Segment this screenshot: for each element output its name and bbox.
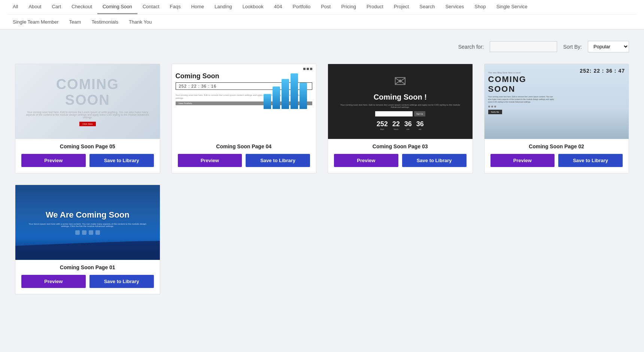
nav-item-coming-soon[interactable]: Coming Soon [97,0,137,14]
top-navigation: AllAboutCartCheckoutComing SoonContactFa… [0,0,644,30]
cs05-desc: Your coming soon text here. Edit to remo… [15,111,160,119]
bar-2 [273,87,280,109]
cs02-save-button[interactable]: Save to Library [558,154,623,167]
cs04-actions: Preview Save to Library [178,154,310,167]
nav-item-checkout[interactable]: Checkout [66,0,97,14]
nav-item-404[interactable]: 404 [269,0,288,14]
cs03-footer: Coming Soon Page 03 Preview Save to Libr… [328,139,473,173]
cs02-tagline: The new Blog Style Next is back! [488,72,557,74]
cs02-right: 252: 22 : 36 : 47 [556,68,625,135]
cs01-title: We Are Coming Soon [46,210,130,220]
cs01-social-icon-2 [82,230,86,235]
cs03-days-num: 252 [377,120,388,128]
nav-item-shop[interactable]: Shop [469,0,491,14]
cs03-actions: Preview Save to Library [334,154,467,167]
cs01-social-icon-4 [95,230,100,235]
nav-item-faqs[interactable]: Faqs [165,0,186,14]
cs03-days-block: 252 days [377,120,388,130]
template-preview-cs01: We Are Coming Soon Your lorem ipsum text… [15,185,160,260]
cs03-signup-btn: Sign Up [414,111,425,116]
template-card-cs03: ✉ Coming Soon ! Your coming soon text he… [328,64,473,173]
nav-item2-testimonials[interactable]: Testimonials [86,16,124,28]
nav-item2-single-team-member[interactable]: Single Team Member [7,16,64,28]
cs03-title: Coming Soon ! [374,93,427,101]
nav-item2-team[interactable]: Team [64,16,86,28]
cs04-dots [176,68,313,70]
cs02-preview-button[interactable]: Preview [490,154,555,167]
cs05-cta: Click Here [79,122,96,126]
cs02-left: The new Blog Style Next is back! COMING … [488,68,557,135]
template-card-cs05: COMINGSOON Your coming soon text here. E… [15,64,160,173]
template-preview-cs04: Coming Soon 252 : 22 : 36 : 16 Your comi… [172,64,316,139]
sort-select[interactable]: Popular Newest Oldest [588,41,629,52]
main-content: Search for: Sort By: Popular Newest Olde… [0,30,644,313]
template-card-cs04: Coming Soon 252 : 22 : 36 : 16 Your comi… [171,64,317,173]
cs02-notify: Notify Me [488,110,502,114]
dot-3 [310,68,312,70]
cs02-title: COMING SOON [488,75,557,94]
cs04-save-button[interactable]: Save to Library [246,154,310,167]
nav-item-portfolio[interactable]: Portfolio [287,0,316,14]
bar-3 [282,79,289,109]
cs02-desc: Your coming soon text here. Edit to remo… [488,95,557,103]
cs03-countdown: 252 days 22 hours 36 min 36 sec [377,120,424,130]
bar-5 [300,83,307,109]
cs01-social-icons [75,230,100,235]
cs02-dots [488,106,557,107]
search-sort-bar: Search for: Sort By: Popular Newest Olde… [15,37,629,52]
nav-item-cart[interactable]: Cart [46,0,66,14]
cs05-big-text: COMINGSOON [56,77,119,108]
bar-chart [264,72,312,109]
cs03-hours-lbl: hours [392,128,400,130]
nav-item-landing[interactable]: Landing [209,0,237,14]
cs05-footer: Coming Soon Page 05 Preview Save to Libr… [15,139,160,173]
cs05-save-button[interactable]: Save to Library [89,154,154,167]
cs01-preview-button[interactable]: Preview [21,275,86,288]
cs03-email-input [375,111,413,116]
cs03-sec-block: 36 sec [416,120,424,130]
cs05-name: Coming Soon Page 05 [21,143,154,149]
cs01-footer: Coming Soon Page 01 Preview Save to Libr… [15,260,160,294]
nav-item-contact[interactable]: Contact [137,0,165,14]
nav-item-post[interactable]: Post [316,0,336,14]
bar-4 [291,73,298,109]
bar-1 [264,94,271,109]
nav-item-project[interactable]: Project [389,0,414,14]
nav-item-product[interactable]: Product [361,0,389,14]
nav-item-home[interactable]: Home [186,0,209,14]
cs01-actions: Preview Save to Library [21,275,154,288]
template-card-cs01: We Are Coming Soon Your lorem ipsum text… [15,185,160,294]
dot-2 [307,68,309,70]
cs01-desc: Your lorem ipsum text here with a some n… [21,223,154,227]
cs04-footer: Coming Soon Page 04 Preview Save to Libr… [172,139,316,173]
search-input[interactable] [490,41,557,52]
nav-item-all[interactable]: All [7,0,23,14]
template-preview-cs05: COMINGSOON Your coming soon text here. E… [15,64,160,139]
nav-item2-thank-you[interactable]: Thank You [124,16,157,28]
nav-item-search[interactable]: Search [414,0,440,14]
cs02-dot-1 [488,106,490,107]
cs04-name: Coming Soon Page 04 [178,143,310,149]
cs03-days-lbl: days [377,128,388,130]
cs04-preview-button[interactable]: Preview [178,154,242,167]
nav-item-lookbook[interactable]: Lookbook [237,0,268,14]
cs02-dot-2 [491,106,493,107]
cs05-preview-button[interactable]: Preview [21,154,86,167]
cs03-hours-num: 22 [392,120,400,128]
template-preview-cs03: ✉ Coming Soon ! Your coming soon text he… [328,64,473,139]
cs03-hours-block: 22 hours [392,120,400,130]
cs03-min-num: 36 [404,120,412,128]
nav-item-about[interactable]: About [23,0,46,14]
cs01-save-button[interactable]: Save to Library [89,275,154,288]
nav-item-services[interactable]: Services [440,0,469,14]
cs03-preview-button[interactable]: Preview [334,154,398,167]
cs01-social-icon-3 [89,230,93,235]
cs03-desc: Your coming soon text here. Edit to remo… [332,104,469,108]
cs04-chart [264,72,312,120]
nav-item-single-service[interactable]: Single Service [491,0,533,14]
cs03-save-button[interactable]: Save to Library [402,154,467,167]
dot-1 [303,68,306,70]
nav-row-2: Single Team MemberTeamTestimonialsThank … [7,15,637,29]
cs02-actions: Preview Save to Library [490,154,623,167]
nav-item-pricing[interactable]: Pricing [336,0,361,14]
